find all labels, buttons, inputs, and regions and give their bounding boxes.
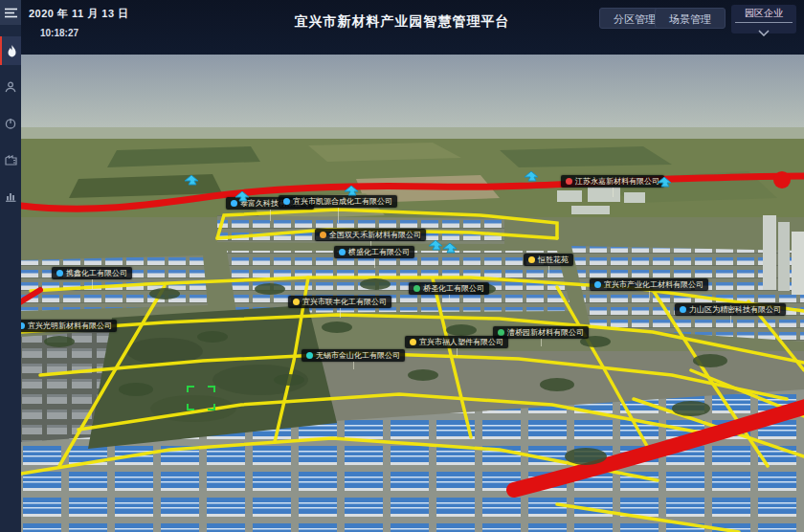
label-leader-line	[730, 316, 731, 323]
cyan-3d-marker[interactable]	[429, 237, 444, 255]
company-marker-icon	[528, 256, 535, 263]
company-label-text: 全国双天禾新材料有限公司	[329, 231, 421, 239]
company-label[interactable]: 宜兴市福人塑件有限公司	[405, 336, 508, 348]
label-leader-line	[457, 348, 458, 356]
scene-management-button[interactable]: 场景管理	[655, 8, 726, 29]
cyan-3d-marker[interactable]	[235, 188, 251, 206]
label-leader-line	[338, 208, 339, 223]
label-leader-line	[353, 362, 354, 369]
company-marker-icon	[410, 339, 416, 345]
sidebar-item-enterprise[interactable]	[0, 145, 21, 174]
company-label-text: 宜兴市产业化工材料有限公司	[604, 280, 704, 289]
company-label[interactable]: 无锡市金山化工有限公司	[302, 349, 405, 362]
company-label-text: 漕桥园新材料有限公司	[507, 328, 584, 337]
label-leader-line	[374, 258, 375, 268]
flame-icon	[7, 45, 17, 57]
sidebar-item-statistics[interactable]	[0, 182, 21, 211]
company-marker-icon	[293, 299, 300, 305]
label-leader-line	[340, 308, 341, 318]
tool-sidebar	[0, 0, 21, 532]
label-leader-line	[270, 210, 271, 221]
company-label[interactable]: 横盛化工有限公司	[334, 246, 414, 258]
company-label[interactable]: 宜兴光明新材料有限公司	[13, 320, 117, 332]
app-window: 泰富久科技有限公司宜兴市凯源合成化工有限公司全国双天禾新材料有限公司横盛化工有限…	[0, 0, 804, 532]
company-marker-icon	[283, 198, 290, 205]
company-marker-icon	[306, 352, 313, 359]
top-bar: 2020 年 11 月 13 日 10:18:27 宜兴市新材料产业园智慧管理平…	[0, 0, 804, 55]
company-label-text: 宜兴市福人塑件有限公司	[419, 338, 503, 346]
park-enterprise-dropdown[interactable]: 园区企业	[731, 5, 796, 33]
label-leader-line	[449, 295, 450, 302]
company-marker-icon	[339, 249, 346, 255]
dropdown-selected-value: 园区企业	[735, 5, 793, 23]
company-label-text: 无锡市金山化工有限公司	[316, 351, 400, 360]
chevron-down-icon	[758, 30, 770, 36]
company-marker-icon	[566, 178, 572, 185]
current-date: 2020 年 11 月 13 日	[29, 7, 129, 21]
label-leader-line	[541, 339, 542, 346]
company-label[interactable]: 江苏永嘉新材料有限公司	[561, 175, 664, 188]
cyan-3d-marker[interactable]	[525, 168, 540, 186]
company-marker-icon	[594, 281, 601, 288]
cyan-3d-marker[interactable]	[185, 172, 200, 189]
current-time: 10:18:27	[40, 28, 129, 38]
sidebar-item-fire[interactable]	[0, 36, 21, 65]
factory-icon	[5, 154, 17, 166]
company-label[interactable]: 力山区为精密科技有限公司	[675, 303, 786, 316]
sidebar-item-personnel[interactable]	[0, 73, 21, 101]
page-title: 宜兴市新材料产业园智慧管理平台	[295, 13, 510, 31]
company-marker-icon	[56, 270, 63, 277]
company-label[interactable]: 携鑫化工有限公司	[52, 267, 132, 279]
company-label[interactable]: 宜兴市产业化工材料有限公司	[590, 278, 708, 291]
company-label[interactable]: 桥圣化工有限公司	[409, 282, 489, 295]
sidebar-item-menu[interactable]	[0, 0, 21, 25]
company-label-text: 宜兴光明新材料有限公司	[28, 321, 112, 330]
company-marker-icon	[413, 285, 420, 292]
company-label-text: 宜兴市凯源合成化工有限公司	[293, 197, 392, 206]
company-label[interactable]: 宜兴市凯源合成化工有限公司	[279, 195, 397, 208]
company-label[interactable]: 恒胜花苑	[524, 254, 573, 266]
company-label-text: 江苏永嘉新材料有限公司	[575, 177, 659, 186]
label-leader-line	[548, 266, 549, 274]
company-label[interactable]: 宜兴市联丰化工有限公司	[288, 296, 391, 308]
label-leader-line	[92, 279, 93, 289]
company-label-text: 桥圣化工有限公司	[423, 284, 484, 293]
company-marker-icon	[680, 306, 686, 313]
company-label-text: 宜兴市联丰化工有限公司	[302, 298, 387, 306]
company-label-text: 力山区为精密科技有限公司	[689, 305, 781, 314]
chart-icon	[5, 190, 16, 202]
datetime-block: 2020 年 11 月 13 日 10:18:27	[29, 7, 129, 38]
company-label-text: 横盛化工有限公司	[348, 248, 410, 256]
sidebar-item-energy[interactable]	[0, 109, 21, 138]
label-leader-line	[649, 291, 650, 300]
company-marker-icon	[320, 232, 326, 238]
menu-icon	[5, 8, 17, 18]
company-label[interactable]: 全国双天禾新材料有限公司	[315, 229, 426, 241]
cyan-3d-marker[interactable]	[443, 240, 458, 257]
company-label-text: 携鑫化工有限公司	[66, 269, 127, 277]
company-marker-icon	[498, 329, 504, 336]
user-icon	[5, 81, 16, 93]
cyan-3d-marker[interactable]	[345, 183, 360, 200]
label-leader-line	[613, 188, 614, 197]
power-icon	[5, 118, 16, 129]
company-label-text: 恒胜花苑	[538, 255, 569, 264]
cyan-3d-marker[interactable]	[658, 174, 673, 191]
